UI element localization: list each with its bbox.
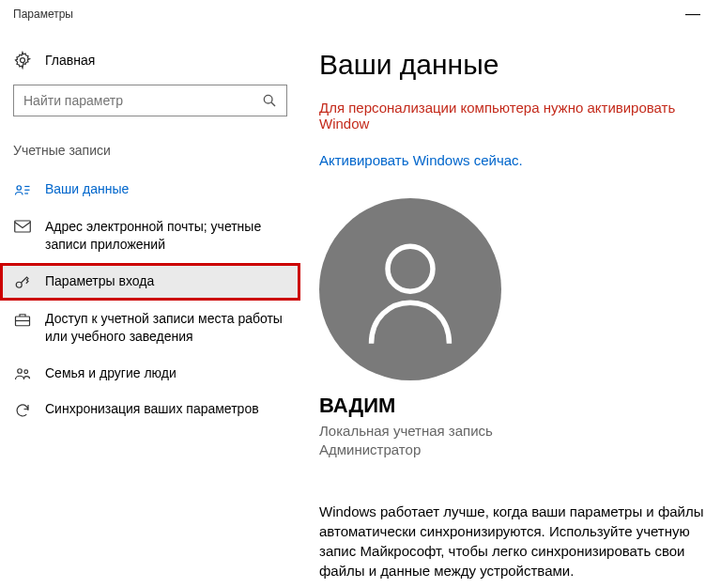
- search-box[interactable]: [13, 85, 287, 116]
- people-icon: [13, 366, 32, 381]
- svg-point-0: [21, 58, 25, 63]
- svg-rect-7: [15, 221, 31, 232]
- search-input[interactable]: [23, 93, 262, 108]
- account-section: ВАДИМ Локальная учетная запись Администр…: [319, 198, 721, 460]
- key-icon: [13, 274, 32, 291]
- svg-point-11: [18, 368, 23, 373]
- activation-warning: Для персонализации компьютера нужно акти…: [319, 100, 721, 132]
- sidebar-item-sync[interactable]: Синхронизация ваших параметров: [0, 391, 300, 428]
- sidebar-item-label: Ваши данные: [45, 180, 287, 198]
- svg-point-13: [388, 246, 433, 291]
- account-type: Локальная учетная запись: [319, 422, 721, 441]
- sync-icon: [13, 402, 32, 419]
- home-nav[interactable]: Главная: [0, 45, 300, 85]
- gear-icon: [13, 51, 32, 70]
- sidebar-item-email[interactable]: Адрес электронной почты; учетные записи …: [0, 209, 300, 263]
- minimize-button[interactable]: —: [674, 6, 712, 23]
- person-card-icon: [13, 182, 32, 199]
- mail-icon: [13, 220, 32, 233]
- sidebar-item-work-access[interactable]: Доступ к учетной записи места работы или…: [0, 301, 300, 355]
- svg-line-2: [271, 102, 275, 106]
- avatar: [319, 198, 501, 380]
- sidebar-item-label: Доступ к учетной записи места работы или…: [45, 310, 287, 346]
- svg-point-8: [16, 282, 22, 287]
- svg-point-1: [264, 95, 272, 103]
- content-pane: Ваши данные Для персонализации компьютер…: [300, 28, 721, 588]
- sync-description: Windows работает лучше, когда ваши парам…: [319, 502, 721, 580]
- sidebar-item-label: Адрес электронной почты; учетные записи …: [45, 218, 287, 254]
- sidebar-item-label: Семья и другие люди: [45, 364, 287, 382]
- sidebar-item-your-info[interactable]: Ваши данные: [0, 171, 300, 209]
- activate-link[interactable]: Активировать Windows сейчас.: [319, 152, 721, 168]
- sidebar-item-label: Синхронизация ваших параметров: [45, 400, 287, 418]
- account-role: Администратор: [319, 441, 721, 459]
- window-title: Параметры: [13, 8, 73, 21]
- section-label: Учетные записи: [0, 143, 300, 171]
- svg-point-3: [17, 186, 22, 191]
- main-layout: Главная Учетные записи Ваши данные: [0, 28, 721, 588]
- briefcase-icon: [13, 312, 32, 327]
- sidebar-item-family[interactable]: Семья и другие люди: [0, 355, 300, 392]
- svg-point-12: [24, 369, 28, 373]
- sidebar-item-label: Параметры входа: [45, 272, 287, 290]
- titlebar: Параметры —: [0, 0, 721, 28]
- sidebar-item-signin-options[interactable]: Параметры входа: [0, 263, 300, 301]
- page-title: Ваши данные: [319, 49, 721, 81]
- username: ВАДИМ: [319, 394, 721, 418]
- home-label: Главная: [45, 53, 95, 68]
- search-icon: [262, 93, 277, 108]
- sidebar: Главная Учетные записи Ваши данные: [0, 28, 300, 588]
